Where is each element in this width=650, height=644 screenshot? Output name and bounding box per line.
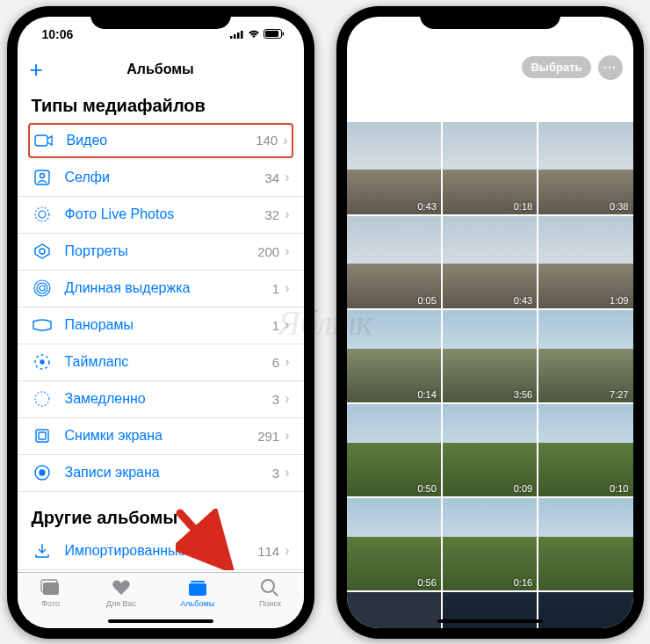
video-thumb[interactable] (538, 498, 632, 590)
photos-icon (40, 578, 62, 597)
video-thumb[interactable]: 0:43 (347, 122, 441, 214)
video-thumb[interactable]: 0:43 (443, 216, 537, 308)
albums-icon (186, 578, 209, 597)
duration: 0:16 (514, 577, 532, 588)
more-button[interactable]: ··· (598, 55, 623, 80)
home-indicator[interactable] (108, 619, 213, 623)
row-imported[interactable]: Импортированные 114 › (18, 533, 304, 570)
video-thumb[interactable]: 0:50 (347, 404, 441, 496)
svg-rect-1 (234, 34, 236, 39)
panorama-icon (32, 315, 53, 336)
duration: 0:43 (514, 295, 532, 306)
video-thumb[interactable]: 7:27 (538, 310, 632, 402)
back-label: Альбомы (365, 61, 417, 75)
row-panoramas[interactable]: Панорамы 1 › (18, 308, 304, 344)
chevron-left-icon: ‹ (358, 57, 364, 77)
svg-rect-32 (567, 33, 569, 39)
section-header-other: Другие альбомы (18, 492, 304, 533)
livephoto-icon (32, 204, 53, 225)
row-label: Записи экрана (65, 465, 272, 481)
screenrecord-icon (32, 462, 53, 483)
chevron-right-icon: › (285, 428, 289, 444)
row-label: Фото Live Photos (65, 206, 265, 222)
svg-rect-33 (570, 31, 573, 39)
row-selfie[interactable]: Селфи 34 › (18, 160, 304, 197)
svg-point-13 (40, 286, 45, 291)
status-time: 10:06 (372, 27, 403, 41)
tab-albums[interactable]: Альбомы (180, 578, 214, 608)
row-label: Видео (67, 133, 256, 148)
svg-rect-2 (237, 33, 240, 39)
foryou-icon (110, 578, 133, 597)
chevron-right-icon: › (285, 280, 289, 296)
battery-icon (264, 29, 285, 39)
albums-content[interactable]: Типы медиафайлов Видео 140 › Селфи 34 › … (18, 87, 304, 572)
tab-search[interactable]: Поиск (258, 578, 281, 608)
svg-point-22 (40, 470, 45, 475)
svg-point-12 (40, 249, 45, 254)
back-button[interactable]: ‹ Альбомы (358, 57, 418, 77)
video-thumb[interactable]: 0:38 (538, 122, 632, 214)
row-count: 200 (257, 244, 279, 259)
page-title: Видео (358, 83, 623, 118)
svg-point-9 (40, 174, 44, 178)
svg-rect-35 (595, 31, 608, 37)
row-portraits[interactable]: Портреты 200 › (18, 234, 304, 271)
video-thumb[interactable]: 1:09 (538, 216, 632, 308)
row-slomo[interactable]: Замедленно 3 › (18, 381, 304, 418)
row-timelapse[interactable]: Таймлапс 6 › (18, 344, 304, 381)
video-thumb[interactable]: 1:25 (347, 592, 441, 628)
row-livephotos[interactable]: Фото Live Photos 32 › (18, 197, 304, 234)
svg-point-18 (35, 392, 49, 406)
add-button[interactable]: + (30, 58, 43, 81)
longexposure-icon (32, 278, 53, 299)
row-video[interactable]: Видео 140 › (28, 123, 293, 158)
home-indicator[interactable] (437, 619, 543, 623)
select-button[interactable]: Выбрать (522, 56, 590, 78)
tab-label: Альбомы (180, 599, 214, 608)
video-thumb[interactable]: 0:10 (538, 404, 632, 496)
duration: 0:10 (610, 483, 628, 494)
wifi-icon (248, 30, 260, 39)
video-thumb[interactable]: 0:56 (347, 498, 441, 590)
chevron-right-icon: › (285, 317, 289, 333)
svg-rect-27 (191, 581, 205, 582)
row-screenshots[interactable]: Снимки экрана 291 › (18, 418, 304, 455)
video-thumb[interactable]: 3:56 (443, 310, 537, 402)
duration: 7:27 (610, 389, 628, 400)
portrait-icon (32, 241, 53, 262)
row-longexposure[interactable]: Длинная выдержка 1 › (18, 271, 304, 308)
tab-foryou[interactable]: Для Вас (106, 578, 136, 608)
battery-icon (593, 29, 614, 39)
svg-rect-6 (282, 33, 284, 36)
duration: 0:38 (610, 201, 628, 212)
video-thumb[interactable]: 0:09 (443, 404, 537, 496)
row-screenrecordings[interactable]: Записи экрана 3 › (18, 455, 304, 492)
video-thumb[interactable]: 0:16 (443, 498, 537, 590)
duration: 0:14 (417, 389, 436, 400)
row-count: 1 (272, 318, 279, 333)
search-icon (258, 578, 281, 597)
svg-rect-20 (39, 432, 46, 439)
video-thumb[interactable]: 0:14 (347, 310, 441, 402)
video-thumb[interactable] (538, 592, 632, 628)
video-thumb[interactable]: 0:18 (443, 122, 537, 214)
notch (420, 6, 560, 29)
svg-point-17 (40, 360, 44, 364)
chevron-right-icon: › (285, 465, 289, 481)
tab-photos[interactable]: Фото (40, 578, 62, 608)
duration: 0:50 (417, 483, 436, 494)
video-grid[interactable]: 0:43 0:18 0:38 0:05 0:43 1:09 0:14 3:56 … (347, 122, 633, 628)
row-label: Таймлапс (65, 354, 272, 370)
svg-rect-0 (230, 36, 233, 39)
notch (90, 6, 231, 29)
row-count: 32 (264, 207, 279, 222)
row-label: Замедленно (65, 391, 272, 407)
svg-rect-26 (189, 583, 206, 596)
svg-rect-36 (611, 33, 613, 36)
tab-label: Фото (41, 599, 60, 608)
svg-point-14 (37, 283, 47, 293)
video-thumb[interactable]: 0:05 (347, 216, 441, 308)
section-header-media: Типы медиафайлов (18, 87, 304, 121)
tab-label: Поиск (259, 599, 281, 608)
